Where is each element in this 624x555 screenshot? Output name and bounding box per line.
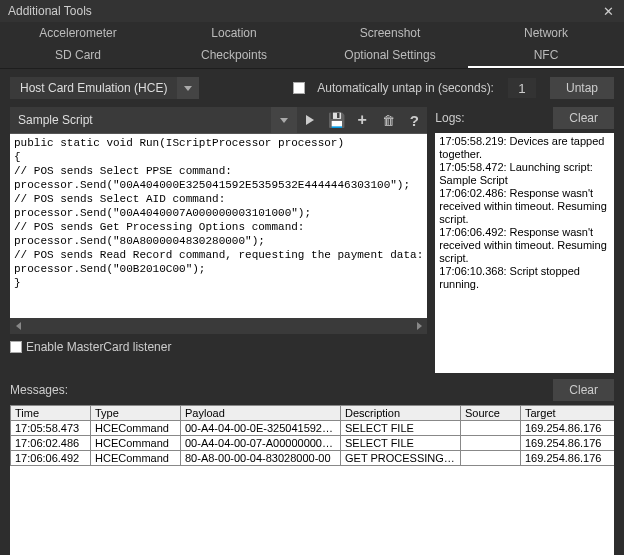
- tab-nfc[interactable]: NFC: [468, 44, 624, 68]
- script-code-editor[interactable]: public static void Run(IScriptProcessor …: [10, 133, 427, 318]
- tab-row-1: Accelerometer Location Screenshot Networ…: [0, 22, 624, 44]
- hce-select[interactable]: Host Card Emulation (HCE): [10, 77, 199, 99]
- tab-checkpoints[interactable]: Checkpoints: [156, 44, 312, 68]
- table-cell: 00-A4-04-00-07-A0000000031010-0: [181, 436, 341, 451]
- auto-untap-seconds-input[interactable]: [508, 78, 536, 98]
- auto-untap-checkbox[interactable]: [293, 82, 305, 94]
- help-icon[interactable]: ?: [401, 107, 427, 133]
- table-header-row: TimeTypePayloadDescriptionSourceTarget: [11, 406, 615, 421]
- logs-pane: Logs: Clear 17:05:58.219: Devices are ta…: [435, 107, 614, 373]
- hce-controls: Host Card Emulation (HCE) Automatically …: [0, 69, 624, 107]
- untap-button[interactable]: Untap: [550, 77, 614, 99]
- logs-label: Logs:: [435, 111, 464, 125]
- table-cell: 00-A4-04-00-0E-325041592E5359S: [181, 421, 341, 436]
- table-cell: SELECT FILE: [341, 421, 461, 436]
- scroll-left-icon[interactable]: [10, 318, 26, 334]
- clear-messages-button[interactable]: Clear: [553, 379, 614, 401]
- tab-accelerometer[interactable]: Accelerometer: [0, 22, 156, 44]
- table-cell: 169.254.86.176: [521, 451, 615, 466]
- messages-label: Messages:: [10, 383, 68, 397]
- column-header[interactable]: Source: [461, 406, 521, 421]
- script-toolbar: Sample Script 💾 + 🗑 ?: [10, 107, 427, 133]
- mc-listener-checkbox[interactable]: [10, 341, 22, 353]
- table-cell: [461, 451, 521, 466]
- log-entry: 17:06:06.492: Response wasn't received w…: [439, 226, 610, 265]
- tabs-container: Accelerometer Location Screenshot Networ…: [0, 22, 624, 69]
- trash-icon[interactable]: 🗑: [375, 107, 401, 133]
- table-cell: HCECommand: [91, 436, 181, 451]
- table-cell: 17:06:02.486: [11, 436, 91, 451]
- table-cell: HCECommand: [91, 421, 181, 436]
- log-entry: 17:05:58.472: Launching script: Sample S…: [439, 161, 610, 187]
- table-cell: GET PROCESSING OPTIONS: [341, 451, 461, 466]
- table-cell: SELECT FILE: [341, 436, 461, 451]
- logs-body[interactable]: 17:05:58.219: Devices are tapped togethe…: [435, 133, 614, 373]
- messages-section: Messages: Clear TimeTypePayloadDescripti…: [0, 373, 624, 555]
- table-cell: 80-A8-00-00-04-83028000-00: [181, 451, 341, 466]
- column-header[interactable]: Type: [91, 406, 181, 421]
- save-icon[interactable]: 💾: [323, 107, 349, 133]
- hce-select-label: Host Card Emulation (HCE): [10, 81, 177, 95]
- close-icon[interactable]: ✕: [597, 4, 620, 19]
- mc-listener-label: Enable MasterCard listener: [26, 340, 171, 354]
- table-cell: [461, 436, 521, 451]
- tab-screenshot[interactable]: Screenshot: [312, 22, 468, 44]
- script-pane: Sample Script 💾 + 🗑 ? public static void…: [10, 107, 427, 373]
- messages-table-wrap[interactable]: TimeTypePayloadDescriptionSourceTarget 1…: [10, 405, 614, 555]
- tab-network[interactable]: Network: [468, 22, 624, 44]
- log-entry: 17:05:58.219: Devices are tapped togethe…: [439, 135, 610, 161]
- column-header[interactable]: Description: [341, 406, 461, 421]
- table-cell: HCECommand: [91, 451, 181, 466]
- titlebar: Additional Tools ✕: [0, 0, 624, 22]
- table-cell: 169.254.86.176: [521, 421, 615, 436]
- messages-table: TimeTypePayloadDescriptionSourceTarget 1…: [10, 405, 614, 466]
- scroll-right-icon[interactable]: [411, 318, 427, 334]
- mc-listener-row: Enable MasterCard listener: [10, 334, 427, 360]
- table-cell: 17:06:06.492: [11, 451, 91, 466]
- log-entry: 17:06:10.368: Script stopped running.: [439, 265, 610, 291]
- add-icon[interactable]: +: [349, 107, 375, 133]
- column-header[interactable]: Payload: [181, 406, 341, 421]
- table-row[interactable]: 17:06:02.486HCECommand00-A4-04-00-07-A00…: [11, 436, 615, 451]
- column-header[interactable]: Target: [521, 406, 615, 421]
- window-title: Additional Tools: [8, 4, 92, 18]
- tab-sd-card[interactable]: SD Card: [0, 44, 156, 68]
- script-name-label: Sample Script: [10, 113, 271, 127]
- table-row[interactable]: 17:05:58.473HCECommand00-A4-04-00-0E-325…: [11, 421, 615, 436]
- column-header[interactable]: Time: [11, 406, 91, 421]
- horizontal-scrollbar[interactable]: [10, 318, 427, 334]
- tab-location[interactable]: Location: [156, 22, 312, 44]
- table-cell: 169.254.86.176: [521, 436, 615, 451]
- table-row[interactable]: 17:06:06.492HCECommand80-A8-00-00-04-830…: [11, 451, 615, 466]
- auto-untap-label: Automatically untap in (seconds):: [317, 81, 494, 95]
- chevron-down-icon[interactable]: [177, 77, 199, 99]
- log-entry: 17:06:02.486: Response wasn't received w…: [439, 187, 610, 226]
- table-cell: [461, 421, 521, 436]
- clear-logs-button[interactable]: Clear: [553, 107, 614, 129]
- play-icon[interactable]: [297, 107, 323, 133]
- table-cell: 17:05:58.473: [11, 421, 91, 436]
- script-dropdown-icon[interactable]: [271, 107, 297, 133]
- tab-optional-settings[interactable]: Optional Settings: [312, 44, 468, 68]
- tab-row-2: SD Card Checkpoints Optional Settings NF…: [0, 44, 624, 68]
